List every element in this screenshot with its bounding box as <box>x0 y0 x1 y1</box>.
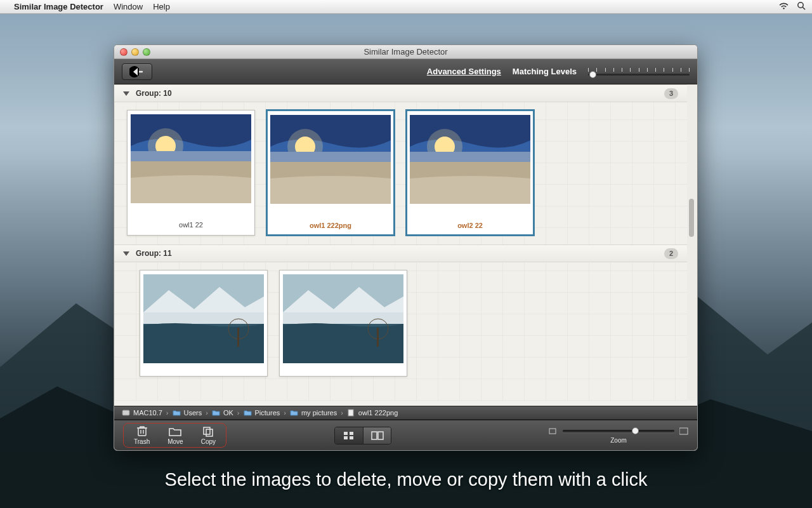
thumbnail-filename: owl1 22 <box>179 203 203 234</box>
window-toolbar: Advanced Settings Matching Levels <box>114 59 697 84</box>
thumbnail-row: owl1 22 owl1 222png owl2 22 <box>114 102 687 244</box>
thumbnail-card[interactable]: owl1 22 <box>127 110 255 236</box>
group-label: Group: 10 <box>136 89 172 98</box>
zoom-out-icon[interactable] <box>549 427 558 435</box>
matching-levels-slider[interactable] <box>588 66 690 77</box>
svg-rect-37 <box>378 432 383 439</box>
menubar-app-name[interactable]: Similar Image Detector <box>14 2 103 11</box>
svg-rect-29 <box>138 428 146 436</box>
disclosure-triangle-icon[interactable] <box>123 91 129 96</box>
group-label: Group: 11 <box>136 249 172 258</box>
thumbnail-image <box>131 114 251 203</box>
zoom-control: Zoom <box>549 427 688 444</box>
folder-icon <box>244 409 252 417</box>
svg-rect-39 <box>679 428 688 434</box>
svg-rect-35 <box>350 436 353 439</box>
path-segment-file[interactable]: owl1 222png <box>343 409 402 417</box>
bulk-action-highlight: Trash Move Copy <box>123 423 226 448</box>
group-count-badge: 3 <box>664 88 678 99</box>
svg-rect-32 <box>344 432 348 435</box>
svg-rect-21 <box>237 328 239 347</box>
thumbnail-card[interactable]: owl2 22 <box>406 110 534 236</box>
group-header[interactable]: Group: 10 3 <box>114 84 687 102</box>
slider-thumb[interactable] <box>589 71 596 78</box>
spotlight-icon[interactable] <box>797 1 806 12</box>
folder-icon <box>212 409 220 417</box>
svg-line-1 <box>802 7 805 10</box>
vertical-scrollbar[interactable] <box>688 84 695 401</box>
svg-rect-30 <box>204 427 210 434</box>
thumbnail-image <box>283 274 403 363</box>
drive-icon <box>122 409 130 417</box>
svg-rect-31 <box>206 429 213 436</box>
wifi-icon[interactable] <box>778 2 789 12</box>
scrollbar-thumb[interactable] <box>689 199 694 237</box>
thumbnail-image <box>410 115 530 204</box>
svg-rect-34 <box>344 436 348 439</box>
content-area: Group: 10 3 owl1 22 owl1 222png <box>114 84 697 401</box>
disclosure-triangle-icon[interactable] <box>123 251 129 256</box>
path-segment-volume[interactable]: MAC10.7 <box>118 409 166 417</box>
matching-levels-label: Matching Levels <box>513 67 577 76</box>
svg-rect-38 <box>549 429 556 434</box>
thumbnail-card[interactable] <box>140 270 268 377</box>
folder-open-icon <box>168 425 182 437</box>
compare-view-button[interactable] <box>363 427 391 444</box>
macos-menubar: Similar Image Detector Window Help <box>0 0 812 14</box>
group-header[interactable]: Group: 11 2 <box>114 244 687 262</box>
grid-view-button[interactable] <box>335 427 363 444</box>
path-segment-folder[interactable]: OK <box>208 409 237 417</box>
file-icon <box>347 409 355 417</box>
thumbnail-card[interactable]: owl1 222png <box>266 110 395 236</box>
thumbnail-filename: owl1 222png <box>310 204 351 234</box>
path-segment-folder[interactable]: Pictures <box>240 409 284 417</box>
footer-toolbar: Trash Move Copy <box>114 420 697 450</box>
svg-rect-27 <box>122 410 129 415</box>
marketing-caption: Select the images to delete, move or cop… <box>0 469 812 490</box>
thumbnail-image <box>270 115 391 204</box>
app-window: Similar Image Detector Advanced Settings… <box>114 44 698 451</box>
trash-icon <box>135 425 149 437</box>
window-close-button[interactable] <box>120 48 128 56</box>
window-minimize-button[interactable] <box>131 48 139 56</box>
zoom-slider-thumb[interactable] <box>632 427 639 434</box>
copy-button[interactable]: Copy <box>201 425 216 445</box>
zoom-slider[interactable] <box>563 430 674 432</box>
svg-rect-36 <box>372 432 377 439</box>
svg-point-0 <box>798 3 803 8</box>
path-bar: MAC10.7 › Users › OK › Pictures › my pic… <box>114 406 697 420</box>
thumbnail-row <box>114 262 687 385</box>
folder-icon <box>173 409 181 417</box>
trash-button[interactable]: Trash <box>134 425 150 445</box>
zoom-in-icon[interactable] <box>679 427 688 435</box>
traffic-lights <box>114 48 150 56</box>
move-button[interactable]: Move <box>167 425 183 445</box>
view-mode-segmented <box>334 427 391 444</box>
back-button[interactable] <box>122 64 152 80</box>
menubar-item-window[interactable]: Window <box>114 2 143 11</box>
group-count-badge: 2 <box>664 248 678 259</box>
window-title: Similar Image Detector <box>114 47 697 57</box>
thumbnail-card[interactable] <box>279 270 407 377</box>
path-segment-folder[interactable]: my pictures <box>286 409 341 417</box>
copy-icon <box>201 425 215 437</box>
thumbnail-image <box>143 274 264 363</box>
zoom-label: Zoom <box>610 437 627 444</box>
advanced-settings-link[interactable]: Advanced Settings <box>427 67 501 76</box>
window-titlebar[interactable]: Similar Image Detector <box>114 45 697 59</box>
svg-rect-33 <box>350 432 353 435</box>
path-segment-folder[interactable]: Users <box>169 409 206 417</box>
thumbnail-filename: owl2 22 <box>457 204 483 234</box>
folder-icon <box>290 409 298 417</box>
svg-rect-28 <box>348 410 353 416</box>
grid-icon <box>343 431 355 440</box>
menubar-item-help[interactable]: Help <box>153 2 170 11</box>
window-zoom-button[interactable] <box>143 48 150 56</box>
split-icon <box>371 431 384 440</box>
svg-rect-26 <box>377 328 379 347</box>
